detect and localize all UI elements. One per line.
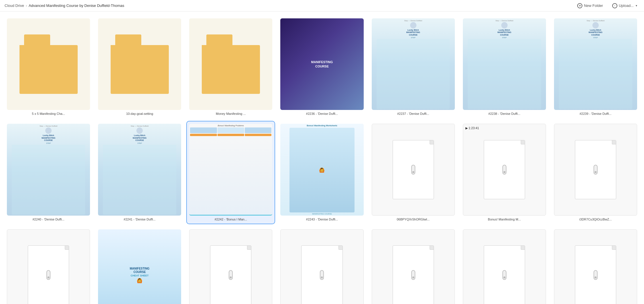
file-card[interactable]: Step — Denise Duffield Lucky BitchMANIFE…: [461, 16, 548, 118]
file-card[interactable]: mc-step5-pdf-update...: [552, 227, 639, 304]
new-folder-icon: +: [577, 3, 582, 8]
file-name: #2240 - 'Denise Duffi...: [7, 217, 90, 221]
file-card[interactable]: 06BPYQXrShORGtwl...: [369, 121, 457, 223]
header: Cloud Drive › Advanced Manifesting Cours…: [0, 0, 644, 11]
document-icon: [189, 230, 272, 304]
image-thumbnail: Step — Denise Duffield Lucky BitchMANIFE…: [98, 124, 181, 215]
document-icon: [463, 230, 546, 304]
upload-label: Upload...: [619, 3, 634, 8]
file-card[interactable]: Step — Denise Duffield Lucky BitchMANIFE…: [5, 121, 92, 223]
image-thumbnail: Bonus! Manifesting Problems: [189, 124, 272, 214]
file-card[interactable]: Bonus! Manifesting Problems #2242 - 'Bon…: [187, 121, 275, 223]
file-card[interactable]: mc-step3-pdf-update...: [369, 227, 457, 304]
file-name: i3DR7Cu3QtOczBwZ...: [554, 217, 637, 221]
file-card[interactable]: mc-step4-pdf-update...: [461, 227, 548, 304]
document-icon: [372, 230, 455, 304]
breadcrumb: Cloud Drive › Advanced Manifesting Cours…: [5, 3, 124, 8]
document-icon: [554, 124, 637, 215]
file-name: Bonus! Manifesting M...: [463, 217, 546, 221]
file-name: #2238 - 'Denise Duffi...: [463, 112, 546, 116]
file-name: #2236 - 'Denise Duffi...: [280, 112, 363, 116]
breadcrumb-root[interactable]: Cloud Drive: [5, 3, 24, 8]
image-thumbnail: Step — Denise Duffield Lucky BitchMANIFE…: [463, 18, 546, 110]
file-card[interactable]: 5 x 5 Manifesting Cha...: [5, 16, 92, 118]
breadcrumb-separator: ›: [26, 4, 27, 8]
image-thumbnail: Step — Denise Duffield Lucky BitchMANIFE…: [554, 18, 637, 110]
file-name: 10-day-goal-setting: [98, 112, 181, 116]
document-icon: [463, 124, 546, 215]
image-thumbnail: Step — Denise Duffield Lucky BitchMANIFE…: [372, 18, 455, 110]
folder-icon: [19, 34, 78, 94]
file-card[interactable]: 10-day-goal-setting: [96, 16, 183, 118]
file-card[interactable]: Money Manifesting ...: [187, 16, 275, 118]
image-thumbnail: Bonus! Manifesting Worksheets 🙆 MANIFEST…: [280, 124, 363, 215]
file-grid: 5 x 5 Manifesting Cha...10-day-goal-sett…: [0, 11, 644, 304]
new-folder-button[interactable]: + New Folder: [575, 2, 605, 9]
file-card[interactable]: i3DR7Cu3QtOczBwZ...: [552, 121, 639, 223]
document-icon: [554, 230, 637, 304]
folder-icon: [202, 34, 260, 94]
file-card[interactable]: Step — Denise Duffield Lucky BitchMANIFE…: [369, 16, 457, 118]
file-card[interactable]: Bonus! Manifesting Worksheets 🙆 MANIFEST…: [278, 121, 366, 223]
file-name: 5 x 5 Manifesting Cha...: [7, 112, 90, 116]
image-thumbnail: MANIFESTINGCOURSE CHEAT SHEET 🙆: [98, 229, 181, 304]
play-icon: ▶ 1:23:41: [465, 126, 479, 130]
file-card[interactable]: mc-step2-pdf-update...: [278, 227, 366, 304]
file-card[interactable]: ▶ 1:23:41Bonus! Manifesting M...: [461, 121, 548, 223]
file-name: #2243 - 'Denise Duffi...: [280, 217, 363, 221]
upload-icon: ↑: [612, 3, 617, 8]
file-name: #2237 - 'Denise Duffi...: [372, 112, 455, 116]
new-folder-label: New Folder: [584, 3, 603, 8]
upload-dropdown-icon[interactable]: ▾: [636, 4, 637, 7]
file-card[interactable]: Kvnq65wMSWCKmrJ...: [5, 227, 92, 304]
file-name: #2241 - 'Denise Duffi...: [98, 217, 181, 221]
document-icon: [281, 230, 363, 304]
file-name: Money Manifesting ...: [189, 112, 272, 116]
file-card[interactable]: MANIFESTINGCOURSE CHEAT SHEET 🙆 Manifest…: [96, 227, 183, 304]
header-actions: + New Folder ↑ Upload... ▾: [575, 2, 639, 9]
document-icon: [372, 124, 455, 215]
file-name: 06BPYQXrShORGtwl...: [372, 217, 455, 221]
image-thumbnail: MANIFESTINGCOURSE: [280, 18, 363, 110]
breadcrumb-current-folder: Advanced Manifesting Course by Denise Du…: [29, 3, 124, 8]
file-card[interactable]: mc-step1-pdf-update...: [187, 227, 275, 304]
folder-icon: [111, 34, 169, 94]
file-card[interactable]: Step — Denise Duffield Lucky BitchMANIFE…: [552, 16, 639, 118]
file-card[interactable]: MANIFESTINGCOURSE#2236 - 'Denise Duffi..…: [278, 16, 366, 118]
file-card[interactable]: Step — Denise Duffield Lucky BitchMANIFE…: [96, 121, 183, 223]
file-name: #2242 - 'Bonus I Man...: [189, 217, 272, 221]
file-name: #2239 - 'Denise Duffi...: [554, 112, 637, 116]
document-icon: [7, 230, 90, 304]
image-thumbnail: Step — Denise Duffield Lucky BitchMANIFE…: [7, 124, 90, 215]
upload-button[interactable]: ↑ Upload... ▾: [610, 2, 639, 9]
